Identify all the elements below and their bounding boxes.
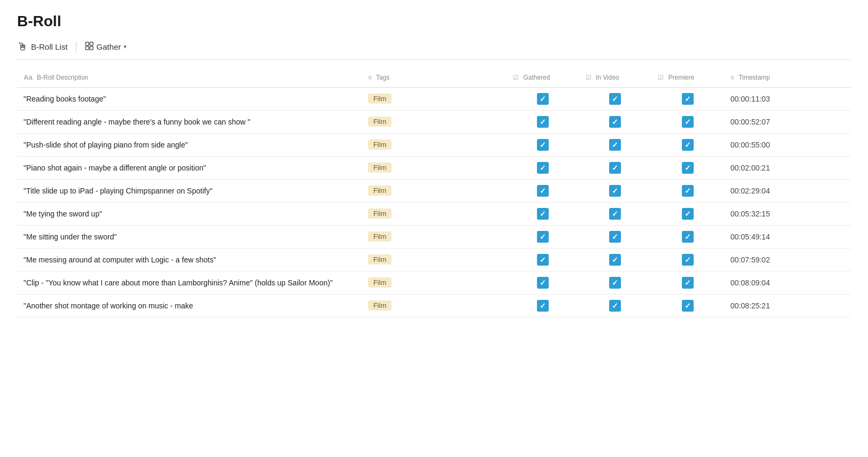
- checkbox-checked-premiere[interactable]: ✓: [682, 162, 694, 174]
- cell-invideo[interactable]: ✓: [579, 271, 652, 294]
- checkbox-checked-invideo[interactable]: ✓: [609, 254, 621, 266]
- svg-rect-1: [90, 42, 93, 45]
- checkbox-checked-gathered[interactable]: ✓: [537, 231, 549, 243]
- checkbox-checked-invideo[interactable]: ✓: [609, 93, 621, 105]
- cell-premiere[interactable]: ✓: [651, 225, 724, 248]
- checkbox-checked-premiere[interactable]: ✓: [682, 116, 694, 128]
- tag-badge[interactable]: Film: [368, 162, 392, 173]
- cell-gathered[interactable]: ✓: [506, 156, 579, 179]
- cell-description: "Clip - "You know what I care about more…: [17, 271, 362, 294]
- table-row: "Clip - "You know what I care about more…: [17, 271, 851, 294]
- tag-badge[interactable]: Film: [368, 117, 392, 127]
- checkbox-checked-gathered[interactable]: ✓: [537, 208, 549, 220]
- checkbox-checked-gathered[interactable]: ✓: [537, 139, 549, 151]
- checkbox-checked-invideo[interactable]: ✓: [609, 277, 621, 289]
- cell-gathered[interactable]: ✓: [506, 248, 579, 271]
- checkbox-checked-gathered[interactable]: ✓: [537, 185, 549, 197]
- cell-description: "Me tying the sword up": [17, 202, 362, 225]
- cell-timestamp: 00:08:09:04: [724, 271, 851, 294]
- cell-tag: Film: [362, 271, 506, 294]
- cell-premiere[interactable]: ✓: [651, 110, 724, 133]
- tag-badge[interactable]: Film: [368, 140, 392, 150]
- checkbox-checked-gathered[interactable]: ✓: [537, 162, 549, 174]
- cell-invideo[interactable]: ✓: [579, 156, 652, 179]
- cell-invideo[interactable]: ✓: [579, 179, 652, 202]
- cell-premiere[interactable]: ✓: [651, 202, 724, 225]
- cell-invideo[interactable]: ✓: [579, 248, 652, 271]
- checkbox-checked-invideo[interactable]: ✓: [609, 300, 621, 312]
- tag-badge[interactable]: Film: [368, 185, 392, 196]
- text-icon: Aa: [24, 73, 33, 81]
- cell-gathered[interactable]: ✓: [506, 294, 579, 317]
- cell-premiere[interactable]: ✓: [651, 156, 724, 179]
- cell-gathered[interactable]: ✓: [506, 271, 579, 294]
- cell-gathered[interactable]: ✓: [506, 87, 579, 110]
- cell-invideo[interactable]: ✓: [579, 202, 652, 225]
- col-label-timestamp: Timestamp: [739, 74, 770, 81]
- checkbox-checked-invideo[interactable]: ✓: [609, 231, 621, 243]
- toolbar: 🖱 B-Roll List Gather ▾: [17, 41, 851, 60]
- broll-list-button[interactable]: 🖱 B-Roll List: [17, 41, 67, 53]
- cell-gathered[interactable]: ✓: [506, 225, 579, 248]
- checkbox-checked-premiere[interactable]: ✓: [682, 300, 694, 312]
- tag-badge[interactable]: Film: [368, 277, 392, 288]
- gather-label: Gather: [96, 42, 121, 51]
- cell-premiere[interactable]: ✓: [651, 248, 724, 271]
- checkbox-checked-premiere[interactable]: ✓: [682, 231, 694, 243]
- cell-gathered[interactable]: ✓: [506, 110, 579, 133]
- checkbox-checked-premiere[interactable]: ✓: [682, 277, 694, 289]
- checkbox-checked-gathered[interactable]: ✓: [537, 277, 549, 289]
- cell-premiere[interactable]: ✓: [651, 179, 724, 202]
- cell-gathered[interactable]: ✓: [506, 202, 579, 225]
- cell-timestamp: 00:00:52:07: [724, 110, 851, 133]
- cell-timestamp: 00:02:00:21: [724, 156, 851, 179]
- checkbox-checked-premiere[interactable]: ✓: [682, 185, 694, 197]
- table-row: "Me tying the sword up"Film✓✓✓00:05:32:1…: [17, 202, 851, 225]
- cell-invideo[interactable]: ✓: [579, 133, 652, 156]
- checkbox-icon-invideo: ☑: [586, 74, 592, 81]
- checkbox-checked-gathered[interactable]: ✓: [537, 93, 549, 105]
- checkbox-checked-gathered[interactable]: ✓: [537, 300, 549, 312]
- cell-gathered[interactable]: ✓: [506, 133, 579, 156]
- col-label-gathered: Gathered: [523, 74, 550, 81]
- col-label-invideo: In Video: [596, 74, 619, 81]
- checkbox-checked-invideo[interactable]: ✓: [609, 185, 621, 197]
- checkbox-checked-invideo[interactable]: ✓: [609, 139, 621, 151]
- cell-invideo[interactable]: ✓: [579, 110, 652, 133]
- checkbox-checked-premiere[interactable]: ✓: [682, 208, 694, 220]
- table-row: "Reading books footage"Film✓✓✓00:00:11:0…: [17, 87, 851, 110]
- gather-button[interactable]: Gather ▾: [85, 42, 127, 52]
- cell-invideo[interactable]: ✓: [579, 225, 652, 248]
- cell-premiere[interactable]: ✓: [651, 294, 724, 317]
- cell-description: "Piano shot again - maybe a different an…: [17, 156, 362, 179]
- checkbox-checked-invideo[interactable]: ✓: [609, 208, 621, 220]
- cell-premiere[interactable]: ✓: [651, 271, 724, 294]
- tag-badge[interactable]: Film: [368, 254, 392, 265]
- svg-rect-3: [90, 47, 93, 50]
- cell-invideo[interactable]: ✓: [579, 87, 652, 110]
- checkbox-checked-premiere[interactable]: ✓: [682, 93, 694, 105]
- cell-invideo[interactable]: ✓: [579, 294, 652, 317]
- cell-timestamp: 00:00:55:00: [724, 133, 851, 156]
- tag-badge[interactable]: Film: [368, 208, 392, 219]
- svg-rect-0: [86, 42, 89, 45]
- col-label-tags: Tags: [376, 74, 389, 81]
- checkbox-checked-invideo[interactable]: ✓: [609, 162, 621, 174]
- page-title: B-Roll: [17, 13, 851, 30]
- checkbox-checked-gathered[interactable]: ✓: [537, 116, 549, 128]
- chevron-down-icon: ▾: [124, 43, 127, 50]
- cell-description: "Reading books footage": [17, 87, 362, 110]
- cell-timestamp: 00:08:25:21: [724, 294, 851, 317]
- cell-premiere[interactable]: ✓: [651, 87, 724, 110]
- checkbox-checked-premiere[interactable]: ✓: [682, 254, 694, 266]
- table-row: "Push-slide shot of playing piano from s…: [17, 133, 851, 156]
- tag-badge[interactable]: Film: [368, 231, 392, 242]
- cell-description: "Another shot montage of working on musi…: [17, 294, 362, 317]
- checkbox-checked-invideo[interactable]: ✓: [609, 116, 621, 128]
- checkbox-checked-premiere[interactable]: ✓: [682, 139, 694, 151]
- checkbox-checked-gathered[interactable]: ✓: [537, 254, 549, 266]
- cell-premiere[interactable]: ✓: [651, 133, 724, 156]
- tag-badge[interactable]: Film: [368, 94, 392, 104]
- cell-gathered[interactable]: ✓: [506, 179, 579, 202]
- tag-badge[interactable]: Film: [368, 300, 392, 311]
